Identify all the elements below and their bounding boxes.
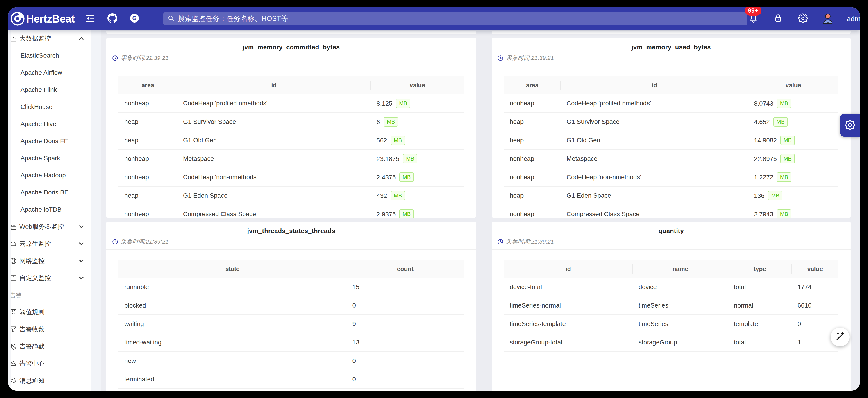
cards-grid: jvm_memory_committed_bytes采集时间:21:39:21a… — [106, 38, 851, 391]
brand[interactable]: HertzBeat — [10, 11, 74, 26]
sidebar-item[interactable]: 消息通知 — [8, 372, 91, 389]
table-row: heapG1 Eden Space136MB — [504, 187, 838, 205]
chevron-up-icon — [77, 34, 86, 43]
gitee-button[interactable]: G — [128, 12, 141, 25]
panel-title: quantity — [497, 227, 845, 235]
lock-button[interactable] — [772, 12, 784, 25]
floating-settings-button[interactable] — [840, 114, 860, 137]
table-cell: device-total — [504, 278, 633, 296]
sidebar-item[interactable]: Apache Hadoop — [8, 167, 91, 184]
table-cell: 13 — [346, 333, 464, 352]
sidebar-item[interactable]: Apache Hive — [8, 115, 91, 133]
collect-time-label: 采集时间:21:39:21 — [121, 238, 168, 245]
cell-value: 0 — [798, 320, 801, 327]
cell-value: nonheap — [124, 155, 149, 162]
unit-badge: MB — [768, 191, 782, 200]
unit-badge: MB — [780, 135, 795, 145]
cell-value: 14.9082 — [754, 137, 777, 144]
sidebar-item[interactable]: ClickHouse — [8, 98, 91, 115]
card-body: statecountrunnable15blocked0waiting9time… — [106, 250, 476, 389]
settings-button[interactable] — [797, 12, 809, 25]
username[interactable]: admin — [847, 14, 860, 23]
table-cell: nonheap — [504, 150, 561, 168]
cell-value: device — [639, 284, 657, 290]
unit-badge: MB — [773, 117, 788, 127]
chevron-down-icon — [77, 257, 86, 265]
cell-value: timeSeries — [639, 320, 668, 327]
collect-time: 采集时间:21:39:21 — [497, 238, 845, 245]
funnel-icon — [9, 325, 18, 334]
sidebar-item[interactable]: 告警静默 — [8, 338, 91, 355]
table-cell: 4.652MB — [748, 112, 838, 131]
sidebar-item[interactable]: 告警中心 — [8, 355, 91, 372]
cell-value: runnable — [124, 284, 149, 290]
table-cell: CodeHeap 'profiled nmethods' — [561, 94, 748, 112]
search-box[interactable] — [163, 12, 747, 25]
table-row: blocked0 — [119, 296, 464, 315]
mute-icon — [9, 342, 18, 351]
hertzbeat-logo-icon — [10, 11, 25, 26]
menu-fold-button[interactable] — [84, 12, 97, 25]
sidebar-menu: 大数据监控ElasticSearchApache AirflowApache F… — [8, 30, 91, 389]
table-cell: template — [728, 315, 792, 333]
table-cell: waiting — [119, 315, 346, 333]
table-row: nonheapCompressed Class Space2.7943MB — [504, 205, 838, 218]
app-window: HertzBeat G 99+ admin — [8, 7, 860, 391]
sidebar-item[interactable]: Apache Spark — [8, 150, 91, 167]
table-row: heapG1 Eden Space432MB — [119, 187, 464, 205]
column-header: value — [371, 76, 464, 94]
cell-value: Metaspace — [567, 155, 597, 162]
cell-value: 1774 — [798, 284, 811, 290]
card-body: idnametypevaluedevice-totaldevicetotal17… — [492, 250, 851, 352]
table-row: heapG1 Old Gen562MB — [119, 131, 464, 150]
notifications-button[interactable]: 99+ — [747, 12, 760, 25]
gear-icon — [798, 13, 808, 24]
sidebar-item[interactable]: Apache Doris BE — [8, 184, 91, 201]
card-header: quantity采集时间:21:39:21 — [492, 222, 851, 250]
card-remnant — [492, 31, 851, 34]
cell-value: 562 — [377, 137, 387, 144]
sidebar-item[interactable]: 网络监控 — [8, 252, 91, 269]
collect-time-label: 采集时间:21:39:21 — [121, 54, 168, 62]
cell-value: CodeHeap 'non-nmethods' — [567, 173, 641, 180]
sidebar-item[interactable]: ElasticSearch — [8, 47, 91, 64]
table-cell: 1774 — [792, 278, 838, 296]
table-cell: nonheap — [119, 150, 177, 168]
sidebar-item[interactable]: 告警收敛 — [8, 321, 91, 338]
clock-icon — [112, 238, 119, 245]
table-cell: 136MB — [748, 187, 838, 205]
sidebar-item[interactable]: Apache Doris FE — [8, 133, 91, 150]
metric-table: idnametypevaluedevice-totaldevicetotal17… — [504, 260, 838, 352]
clock-icon — [497, 238, 504, 245]
sidebar-item[interactable]: 大数据监控 — [8, 30, 91, 47]
table-cell: 0 — [346, 352, 464, 370]
metric-table: statecountrunnable15blocked0waiting9time… — [119, 260, 464, 389]
card-body: areaidvaluenonheapCodeHeap 'profiled nme… — [492, 66, 851, 218]
column-header: value — [748, 76, 838, 94]
sidebar-item-label: 告警静默 — [19, 342, 44, 351]
cell-value: normal — [734, 302, 753, 309]
avatar[interactable] — [822, 12, 834, 25]
card-header: jvm_threads_states_threads采集时间:21:39:21 — [106, 222, 476, 250]
table-row: nonheapCodeHeap 'profiled nmethods'8.125… — [119, 94, 464, 112]
unit-badge: MB — [403, 154, 417, 163]
cell-value: timeSeries — [639, 302, 668, 309]
sidebar-item[interactable]: Apache Flink — [8, 81, 91, 98]
table-header-row: idnametypevalue — [504, 260, 838, 278]
cell-value: G1 Old Gen — [183, 137, 217, 144]
top-navbar: HertzBeat G 99+ admin — [8, 7, 860, 30]
sidebar-item[interactable]: 阈值规则 — [8, 304, 91, 321]
sidebar-item-label: Apache Hive — [21, 121, 56, 128]
sidebar-item[interactable]: Apache IoTDB — [8, 201, 91, 218]
cell-value: storageGroup — [639, 339, 677, 346]
sidebar-item[interactable]: 自定义监控 — [8, 269, 91, 287]
sidebar-item-label: Apache Doris BE — [21, 189, 68, 196]
github-button[interactable] — [106, 12, 119, 25]
column-header: id — [504, 260, 633, 278]
sidebar-item[interactable]: Web服务器监控 — [8, 218, 91, 235]
sidebar-item[interactable]: 云原生监控 — [8, 235, 91, 252]
search-input[interactable] — [177, 14, 743, 23]
sidebar-item[interactable]: Apache Airflow — [8, 64, 91, 81]
cell-value: total — [734, 339, 746, 346]
unit-badge: MB — [399, 209, 414, 218]
